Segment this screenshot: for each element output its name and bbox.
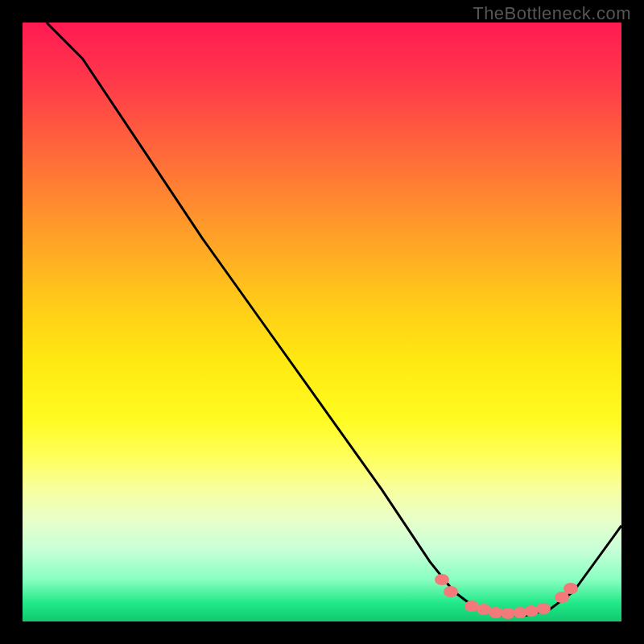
chart-curve-svg: [23, 23, 621, 621]
chart-plot-area: [23, 23, 621, 621]
chart-marker: [435, 574, 449, 585]
bottleneck-curve-line: [47, 23, 621, 616]
chart-marker: [536, 603, 551, 614]
watermark-text: TheBottleneck.com: [473, 3, 631, 24]
chart-marker: [444, 586, 458, 597]
chart-marker: [564, 583, 578, 594]
